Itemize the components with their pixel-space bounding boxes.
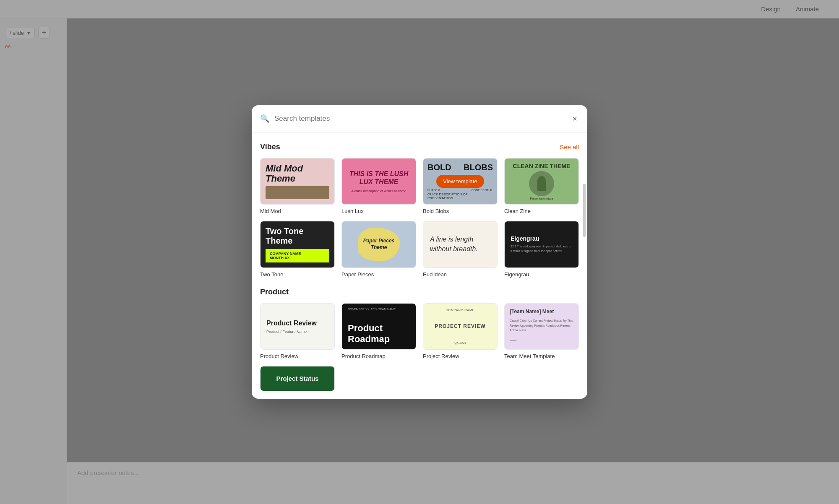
template-lushlux-thumb: THIS IS THE LUSH LUX THEME A quick descr… [341,158,416,205]
twotone-company: COMPANY NAME [270,252,325,256]
section-project-status-partial: Project Status [260,366,579,395]
template-twotone-label: Two Tone [260,271,335,278]
template-productreview-label: Product Review [260,353,335,359]
template-projectstatus[interactable]: Project Status [260,366,335,395]
section-vibes: Vibes See all Mid Mod Theme Mid Mod [260,143,579,278]
template-boldblobs[interactable]: BOLD BLOBS PHASE 0 CONFIDENTIAL QUICK DE… [423,158,498,214]
search-icon: 🔍 [260,114,269,123]
paperpieces-text: Paper Pieces Theme [361,238,396,251]
template-lushlux-label: Lush Lux [341,208,416,214]
template-cleanzine[interactable]: CLEAN ZINE THEME Presentation date Clean… [504,158,579,214]
template-euclidean-label: Euclidean [423,271,498,278]
template-productreview-thumb: Product Review Product / Feature Name [260,303,335,350]
template-projectreview-thumb: COMPANY NAME PROJECT REVIEW QX 2024 [423,303,498,350]
see-all-vibes-link[interactable]: See all [560,143,579,151]
section-vibes-title: Vibes [260,143,280,151]
template-cleanzine-label: Clean Zine [504,208,579,214]
template-projectstatus-thumb: Project Status [260,366,335,391]
projectreview-company: COMPANY NAME [446,309,475,312]
section-product-header: Product [260,288,579,296]
template-midmod-label: Mid Mod [260,208,335,214]
template-teammeet-thumb: [Team Name] Meet Casual Catch-Up Current… [504,303,579,350]
close-button[interactable]: × [571,113,579,125]
section-product-title: Product [260,288,289,296]
productreview-sub: Product / Feature Name [266,330,328,334]
template-twotone-thumb: Two Tone Theme COMPANY NAME MONTH XX [260,221,335,268]
modal-overlay[interactable]: 🔍 × Vibes See all Mid Mod Theme [0,0,839,504]
template-boldblobs-label: Bold Blobs [423,208,498,214]
eigengrau-title: Eigengrau [511,235,573,242]
teammeet-list: Casual Catch-Up Current Project Status T… [510,318,573,333]
projectstatus-title: Project Status [276,375,319,382]
midmod-image [266,186,329,199]
cleanzine-date: Presentation date [530,197,553,200]
template-lushlux[interactable]: THIS IS THE LUSH LUX THEME A quick descr… [341,158,416,214]
template-eigengrau[interactable]: Eigengrau 22.3 The dark gray seen in per… [504,221,579,277]
cleanzine-inner-shape [537,176,546,191]
template-midmod-thumb: Mid Mod Theme [260,158,335,205]
project-status-grid: Project Status [260,366,579,395]
template-paperpieces[interactable]: Paper Pieces Theme Paper Pieces [341,221,416,277]
projectreview-title: PROJECT REVIEW [435,323,485,329]
vibes-template-grid: Mid Mod Theme Mid Mod THIS IS THE LUSH L… [260,158,579,278]
cleanzine-title: CLEAN ZINE THEME [513,163,571,170]
productroadmap-title: Product Roadmap [348,323,410,345]
twotone-title: Two Tone Theme [266,226,329,246]
scrollbar-track [583,130,586,397]
template-projectreview-label: Project Review [423,353,498,359]
search-input[interactable] [274,114,571,123]
view-template-overlay: View template [423,158,497,204]
template-modal: 🔍 × Vibes See all Mid Mod Theme [252,105,587,399]
template-paperpieces-label: Paper Pieces [341,271,416,278]
teammeet-title: [Team Name] Meet [510,309,573,314]
euclidean-text: A line is length without breadth. [430,235,490,254]
lushlux-title: THIS IS THE LUSH LUX THEME [347,170,411,186]
section-vibes-header: Vibes See all [260,143,579,151]
lushlux-sub: A quick description of what's to come [352,189,406,193]
eigengrau-text: 22.3 The dark gray seen in perfect darkn… [511,244,573,253]
search-bar: 🔍 × [252,105,587,132]
template-productroadmap-label: Product Roadmap [341,353,416,359]
modal-content[interactable]: Vibes See all Mid Mod Theme Mid Mod [252,132,587,399]
template-projectreview[interactable]: COMPANY NAME PROJECT REVIEW QX 2024 Proj… [423,303,498,359]
template-teammeet-label: Team Meet Template [504,353,579,359]
template-cleanzine-thumb: CLEAN ZINE THEME Presentation date [504,158,579,205]
teammeet-dash: — [510,337,573,344]
view-template-button[interactable]: View template [436,175,484,188]
midmod-title: Mid Mod Theme [266,164,329,184]
template-eigengrau-label: Eigengrau [504,271,579,278]
section-product: Product Product Review Product / Feature… [260,288,579,359]
projectreview-qx: QX 2024 [454,341,466,344]
scrollbar-thumb[interactable] [583,184,586,237]
productreview-title: Product Review [266,319,328,328]
twotone-bar: COMPANY NAME MONTH XX [266,249,329,262]
template-productreview[interactable]: Product Review Product / Feature Name Pr… [260,303,335,359]
template-twotone[interactable]: Two Tone Theme COMPANY NAME MONTH XX Two… [260,221,335,277]
template-productroadmap[interactable]: NOVEMBER XX, 2024 TEAM NAME Product Road… [341,303,416,359]
cleanzine-circle [529,171,554,196]
template-euclidean[interactable]: A line is length without breadth. Euclid… [423,221,498,277]
template-boldblobs-thumb: BOLD BLOBS PHASE 0 CONFIDENTIAL QUICK DE… [423,158,498,205]
template-midmod[interactable]: Mid Mod Theme Mid Mod [260,158,335,214]
productroadmap-meta: NOVEMBER XX, 2024 TEAM NAME [348,308,410,311]
template-paperpieces-thumb: Paper Pieces Theme [341,221,416,268]
product-template-grid: Product Review Product / Feature Name Pr… [260,303,579,359]
paperpieces-blob: Paper Pieces Theme [358,228,400,261]
template-teammeet[interactable]: [Team Name] Meet Casual Catch-Up Current… [504,303,579,359]
template-productroadmap-thumb: NOVEMBER XX, 2024 TEAM NAME Product Road… [341,303,416,350]
template-eigengrau-thumb: Eigengrau 22.3 The dark gray seen in per… [504,221,579,268]
twotone-month: MONTH XX [270,256,325,260]
template-euclidean-thumb: A line is length without breadth. [423,221,498,268]
